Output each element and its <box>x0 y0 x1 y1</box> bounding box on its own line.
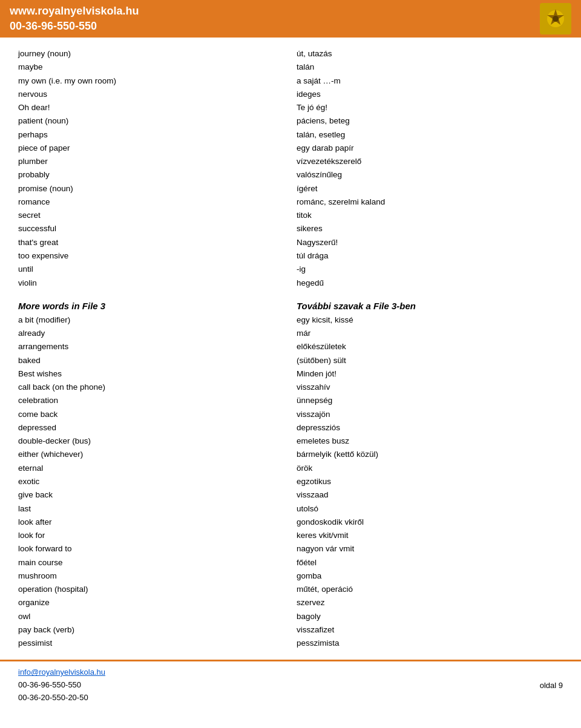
word-hu: talán, esetleg <box>297 128 345 142</box>
word-row-bottom: pay back (verb) <box>18 623 278 637</box>
main-content: journey (noun)maybemy own (i.e. my own r… <box>0 38 581 660</box>
footer-email[interactable]: info@royalnyelviskola.hu <box>18 667 105 677</box>
word-hu: örök <box>297 462 312 475</box>
word-hu: sikeres <box>297 222 323 235</box>
word-hu: bagoly <box>297 610 321 623</box>
word-en: my own (i.e. my own room) <box>18 74 151 88</box>
word-en: probably <box>18 168 151 182</box>
word-hu: románc, szerelmi kaland <box>297 195 385 209</box>
word-hu: Nagyszerű! <box>297 236 338 249</box>
word-row-hu: túl drága <box>297 249 563 263</box>
word-hu: hegedű <box>297 277 324 290</box>
word-en: maybe <box>18 61 151 74</box>
word-row-bottom: arrangements <box>18 340 278 353</box>
word-hu: ünnepség <box>297 394 332 407</box>
word-row-bottom: baked <box>18 354 278 367</box>
right-column: út, utazástalána saját …-midegesTe jó ég… <box>290 47 563 650</box>
word-hu: nagyon vár vmit <box>297 542 354 556</box>
word-row: plumber <box>18 155 278 168</box>
word-en: look after <box>18 516 151 529</box>
word-row-bottom: either (whichever) <box>18 448 278 461</box>
word-row-hu: ígéret <box>297 182 563 195</box>
section-header-left: More words in File 3 <box>18 301 278 311</box>
word-row-hu: sikeres <box>297 222 563 235</box>
word-row-bottom: look after <box>18 516 278 529</box>
word-row-bottom: celebration <box>18 394 278 407</box>
word-en: perhaps <box>18 128 151 142</box>
word-row-hu-bottom: bagoly <box>297 610 563 623</box>
word-en: give back <box>18 488 151 502</box>
word-hu: visszaad <box>297 488 329 502</box>
word-row-hu: Te jó ég! <box>297 101 563 114</box>
word-hu: már <box>297 327 310 340</box>
word-row-hu-bottom: főétel <box>297 556 563 569</box>
word-hu: emeletes busz <box>297 435 349 448</box>
word-row: promise (noun) <box>18 182 278 195</box>
word-row-hu-bottom: egy kicsit, kissé <box>297 313 563 327</box>
word-en: organize <box>18 596 151 609</box>
word-hu: főétel <box>297 556 317 569</box>
word-row: too expensive <box>18 249 278 263</box>
word-row-hu-bottom: visszahív <box>297 381 563 394</box>
word-hu: a saját …-m <box>297 74 341 88</box>
word-hu: Te jó ég! <box>297 101 327 114</box>
word-row-hu: ideges <box>297 88 563 101</box>
word-en: nervous <box>18 88 151 101</box>
word-en: arrangements <box>18 340 151 353</box>
word-row-hu: a saját …-m <box>297 74 563 88</box>
word-hu: ígéret <box>297 182 318 195</box>
word-en: mushroom <box>18 569 151 583</box>
word-row-hu-bottom: örök <box>297 462 563 475</box>
word-hu: út, utazás <box>297 47 332 61</box>
word-hu: gomba <box>297 569 321 583</box>
word-row: probably <box>18 168 278 182</box>
word-hu: Minden jót! <box>297 367 336 381</box>
word-en: double-decker (bus) <box>18 435 151 448</box>
word-row-hu-bottom: utolsó <box>297 502 563 516</box>
word-row-bottom: mushroom <box>18 569 278 583</box>
word-en: main course <box>18 556 151 569</box>
word-hu: (sütőben) sült <box>297 354 346 367</box>
header-logo <box>540 3 571 34</box>
word-en: pay back (verb) <box>18 623 151 637</box>
word-row: violin <box>18 277 278 290</box>
word-en: eternal <box>18 462 151 475</box>
word-row: nervous <box>18 88 278 101</box>
word-en: successful <box>18 222 151 235</box>
word-en: already <box>18 327 151 340</box>
svg-point-3 <box>553 16 559 22</box>
word-hu: vízvezetékszerelő <box>297 155 361 168</box>
word-row: successful <box>18 222 278 235</box>
word-row-bottom: come back <box>18 408 278 421</box>
word-row-hu-bottom: visszafizet <box>297 623 563 637</box>
word-en: depressed <box>18 421 151 435</box>
word-en: violin <box>18 277 151 290</box>
word-en: pessimist <box>18 637 151 650</box>
word-en: operation (hospital) <box>18 583 151 596</box>
word-row-hu-bottom: Minden jót! <box>297 367 563 381</box>
word-row-bottom: already <box>18 327 278 340</box>
footer-contact: info@royalnyelviskola.hu 00-36-96-550-55… <box>18 666 105 704</box>
word-en: journey (noun) <box>18 47 151 61</box>
word-en: look forward to <box>18 542 151 556</box>
word-row-hu: románc, szerelmi kaland <box>297 195 563 209</box>
word-hu: visszahív <box>297 381 330 394</box>
word-hu: visszafizet <box>297 623 334 637</box>
word-en: look for <box>18 529 151 542</box>
word-row-hu-bottom: már <box>297 327 563 340</box>
word-row-hu-bottom: depressziós <box>297 421 563 435</box>
word-hu: valószínűleg <box>297 168 342 182</box>
word-row-hu-bottom: nagyon vár vmit <box>297 542 563 556</box>
word-row-bottom: main course <box>18 556 278 569</box>
word-en: owl <box>18 610 151 623</box>
word-en: a bit (modifier) <box>18 313 151 327</box>
word-en: come back <box>18 408 151 421</box>
logo-icon <box>542 5 569 32</box>
word-en: last <box>18 502 151 516</box>
word-hu: egzotikus <box>297 475 331 488</box>
word-row-bottom: Best wishes <box>18 367 278 381</box>
word-row: maybe <box>18 61 278 74</box>
word-hu: páciens, beteg <box>297 114 350 128</box>
word-row: romance <box>18 195 278 209</box>
word-row-bottom: pessimist <box>18 637 278 650</box>
